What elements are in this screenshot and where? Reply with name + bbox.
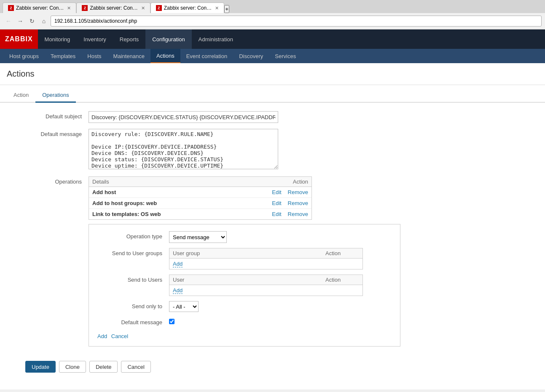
- op-add-cancel-row: Add Cancel: [97, 331, 392, 339]
- nav-administration[interactable]: Administration: [192, 29, 240, 49]
- nav-reports[interactable]: Reports: [113, 29, 146, 49]
- page-title: Actions: [0, 63, 545, 85]
- nav-configuration[interactable]: Configuration: [145, 29, 191, 49]
- op-actions-2: Edit Remove: [258, 211, 308, 217]
- tab-close-2[interactable]: ✕: [141, 5, 145, 11]
- send-to-user-groups-control: User group Action Add: [169, 248, 392, 269]
- browser-tab-1[interactable]: Z Zabbix server: Con… ✕: [3, 3, 76, 13]
- subnav-discovery[interactable]: Discovery: [233, 49, 269, 63]
- browser-tab-2[interactable]: Z Zabbix server: Con… ✕: [76, 3, 150, 13]
- default-message-check-row: Default message: [97, 317, 392, 325]
- tab-action[interactable]: Action: [7, 88, 35, 103]
- op-remove-0[interactable]: Remove: [288, 189, 308, 195]
- op-actions-0: Edit Remove: [258, 189, 308, 195]
- delete-button[interactable]: Delete: [89, 361, 118, 373]
- users-header: User Action: [169, 275, 362, 285]
- subnav-services[interactable]: Services: [269, 49, 302, 63]
- op-edit-2[interactable]: Edit: [272, 211, 281, 217]
- op-remove-1[interactable]: Remove: [288, 200, 308, 206]
- reload-button[interactable]: ↻: [27, 16, 37, 26]
- tab-favicon-2: Z: [82, 5, 88, 11]
- users-add-link[interactable]: Add: [173, 287, 183, 294]
- operation-type-select[interactable]: Send message Remote command: [169, 231, 227, 243]
- subnav-hosts[interactable]: Hosts: [81, 49, 107, 63]
- bottom-buttons: Update Clone Delete Cancel: [13, 352, 532, 381]
- cancel-button[interactable]: Cancel: [121, 361, 150, 373]
- home-button[interactable]: ⌂: [39, 16, 49, 26]
- logo-text: ZABBIX: [5, 35, 33, 43]
- address-bar[interactable]: [51, 16, 542, 27]
- subnav-event-correlation[interactable]: Event correlation: [180, 49, 234, 63]
- tab-operations[interactable]: Operations: [35, 88, 76, 103]
- operations-row: Operations Details Action Add host Edit …: [13, 176, 532, 347]
- op-row-0: Add host Edit Remove: [89, 187, 311, 198]
- user-groups-table: User group Action Add: [169, 248, 363, 269]
- users-add-row: Add: [169, 285, 362, 296]
- subnav-host-groups[interactable]: Host groups: [3, 49, 45, 63]
- op-row-2: Link to templates: OS web Edit Remove: [89, 209, 311, 219]
- operations-header: Details Action: [89, 177, 311, 187]
- tab-close-3[interactable]: ✕: [215, 5, 219, 11]
- back-button[interactable]: ←: [3, 16, 13, 26]
- op-detail-0: Add host: [92, 189, 258, 195]
- default-message-control: Discovery rule: {DISCOVERY.RULE.NAME} De…: [89, 129, 532, 171]
- browser-tabs: Z Zabbix server: Con… ✕ Z Zabbix server:…: [0, 0, 545, 13]
- subnav-maintenance[interactable]: Maintenance: [107, 49, 150, 63]
- tab-label-1: Zabbix server: Con…: [16, 5, 64, 11]
- send-to-users-control: User Action Add: [169, 275, 392, 296]
- user-groups-add-link[interactable]: Add: [173, 261, 183, 267]
- tab-label-2: Zabbix server: Con…: [90, 5, 137, 11]
- operations-label: Operations: [13, 176, 89, 185]
- operation-type-control: Send message Remote command: [169, 231, 392, 243]
- op-detail-2: Link to templates: OS web: [92, 211, 258, 217]
- users-table: User Action Add: [169, 275, 363, 296]
- op-detail-1: Add to host groups: web: [92, 200, 258, 206]
- browser-toolbar: ← → ↻ ⌂: [0, 13, 545, 29]
- update-button[interactable]: Update: [25, 361, 56, 373]
- op-actions-1: Edit Remove: [258, 200, 308, 206]
- default-message-checkbox[interactable]: [169, 319, 175, 324]
- clone-button[interactable]: Clone: [59, 361, 86, 373]
- app-header: ZABBIX Monitoring Inventory Reports Conf…: [0, 29, 545, 49]
- op-add-link[interactable]: Add: [97, 333, 107, 339]
- sub-nav: Host groups Templates Hosts Maintenance …: [0, 49, 545, 63]
- operation-details-section: Operation type Send message Remote comma…: [89, 224, 400, 347]
- user-groups-add-row: Add: [169, 259, 362, 269]
- op-remove-2[interactable]: Remove: [288, 211, 308, 217]
- op-cancel-link[interactable]: Cancel: [111, 333, 128, 339]
- default-subject-label: Default subject: [13, 111, 89, 120]
- op-edit-0[interactable]: Edit: [272, 189, 281, 195]
- tab-bar: Action Operations: [0, 88, 545, 103]
- default-message-check-label: Default message: [97, 317, 169, 325]
- send-only-to-control: - All - SMS Email Jabber: [169, 301, 392, 312]
- send-to-users-label: Send to Users: [97, 275, 169, 283]
- nav-monitoring[interactable]: Monitoring: [38, 29, 77, 49]
- op-header-action: Action: [258, 179, 308, 185]
- subnav-templates[interactable]: Templates: [45, 49, 81, 63]
- page-content: Actions Action Operations Default subjec…: [0, 63, 545, 389]
- op-header-details: Details: [92, 179, 258, 185]
- tab-favicon-1: Z: [8, 5, 14, 11]
- default-subject-row: Default subject: [13, 111, 532, 123]
- send-only-to-select[interactable]: - All - SMS Email Jabber: [169, 301, 199, 312]
- browser-chrome: Z Zabbix server: Con… ✕ Z Zabbix server:…: [0, 0, 545, 29]
- send-only-to-row: Send only to - All - SMS Email Jabber: [97, 301, 392, 312]
- new-tab-button[interactable]: +: [224, 5, 229, 13]
- users-col-main: User: [173, 277, 325, 283]
- tab-close-1[interactable]: ✕: [67, 5, 71, 11]
- nav-inventory[interactable]: Inventory: [77, 29, 113, 49]
- subnav-actions[interactable]: Actions: [150, 49, 180, 63]
- op-edit-1[interactable]: Edit: [272, 200, 281, 206]
- forward-button[interactable]: →: [15, 16, 25, 26]
- operation-type-row: Operation type Send message Remote comma…: [97, 231, 392, 243]
- browser-tab-3[interactable]: Z Zabbix server: Con… ✕: [150, 3, 224, 13]
- users-col-action: Action: [325, 277, 359, 283]
- default-message-label: Default message: [13, 129, 89, 137]
- tab-favicon-3: Z: [156, 5, 162, 11]
- form-section: Default subject Default message Discover…: [0, 103, 545, 389]
- operations-table: Details Action Add host Edit Remove Add …: [89, 176, 312, 220]
- default-subject-input[interactable]: [89, 111, 278, 123]
- send-to-user-groups-label: Send to User groups: [97, 248, 169, 256]
- tab-label-3: Zabbix server: Con…: [164, 5, 212, 11]
- default-message-textarea[interactable]: Discovery rule: {DISCOVERY.RULE.NAME} De…: [89, 129, 278, 169]
